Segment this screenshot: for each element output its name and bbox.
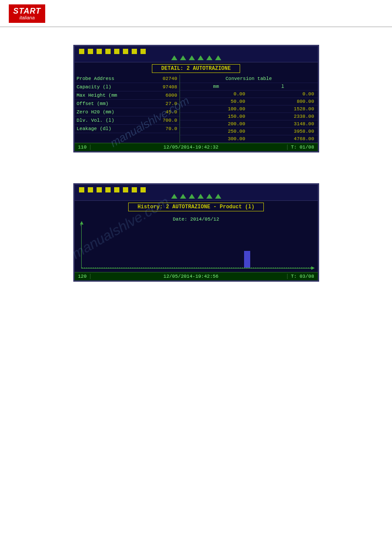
page-content: DETAIL: 2 AUTOTRAZIONE Probe Address 027…: [0, 27, 392, 299]
topbar-2: [75, 185, 318, 201]
triangles-row-2: [171, 194, 221, 199]
conv-l-4: 3148.00: [249, 120, 318, 127]
field-label-maxheight: Max Height (mm: [75, 91, 153, 99]
conv-mm-4: 200.00: [180, 120, 249, 127]
field-value-capacity: 97408: [153, 83, 180, 91]
conv-l-0: 0.00: [249, 91, 318, 98]
conv-mm-2: 100.00: [180, 105, 249, 112]
y-tick-top: [80, 225, 82, 226]
sq-4: [105, 49, 111, 54]
chart-container: [81, 225, 311, 268]
sq2-5: [114, 187, 119, 192]
field-row-capacity: Capacity (l) 97408: [75, 83, 180, 91]
conv-mm-6: 300.00: [180, 135, 249, 142]
conv-col-l: l: [281, 84, 284, 89]
tri2-4: [198, 194, 204, 199]
conv-row-2: 100.00 1528.00: [180, 105, 318, 113]
conv-row-1: 50.00 800.00: [180, 98, 318, 105]
conv-l-2: 1528.00: [249, 105, 318, 112]
conv-l-3: 2338.00: [249, 113, 318, 120]
title-text-2: History: 2 AUTOTRAZIONE - Product (l): [128, 203, 263, 211]
terminal-main-1: Probe Address 02740 Capacity (l) 97408 M…: [75, 75, 318, 143]
field-label-zeroh20: Zero H20 (mm): [75, 108, 153, 116]
squares-row-1: [79, 49, 146, 54]
conv-l-6: 4768.00: [249, 135, 318, 142]
status-page-2: T: 03/08: [287, 274, 314, 279]
status-datetime-2: 12/05/2014-19:42:56: [95, 274, 287, 279]
tri2-6: [215, 194, 221, 199]
tri2-3: [189, 194, 195, 199]
field-value-maxheight: 6000: [153, 91, 180, 99]
field-label-probe: Probe Address: [75, 75, 153, 83]
terminal-1: DETAIL: 2 AUTOTRAZIONE Probe Address 027…: [73, 45, 319, 152]
chart-bar-1: [244, 251, 250, 268]
sq-3: [97, 49, 102, 54]
left-panel-1: Probe Address 02740 Capacity (l) 97408 M…: [75, 75, 180, 143]
sq-5: [114, 49, 119, 54]
terminal-title-2: History: 2 AUTOTRAZIONE - Product (l): [75, 201, 318, 213]
field-row-zeroh20: Zero H20 (mm) 45.0: [75, 108, 180, 116]
header: START italiana: [0, 0, 392, 27]
conv-l-1: 800.00: [249, 98, 318, 105]
conv-header: Conversion table: [180, 75, 318, 83]
field-label-dlvvol: Dlv. Vol. (l): [75, 116, 153, 124]
field-value-offset: 27.0: [153, 100, 180, 108]
sq2-4: [105, 187, 111, 192]
field-value-probe: 02740: [153, 75, 180, 83]
tri-5: [206, 55, 212, 60]
triangles-row-1: [171, 55, 221, 60]
tri2-5: [206, 194, 212, 199]
sq-2: [88, 49, 93, 54]
conv-row-3: 150.00 2338.00: [180, 113, 318, 120]
sq2-6: [123, 187, 128, 192]
chart-date: Date: 2014/05/12: [79, 217, 313, 222]
conv-l-5: 3958.00: [249, 128, 318, 135]
tri-4: [198, 55, 204, 60]
field-value-zeroh20: 45.0: [153, 108, 180, 116]
conv-row-5: 250.00 3958.00: [180, 128, 318, 135]
sq-8: [140, 49, 146, 54]
y-axis-arrow: [80, 221, 83, 225]
sq-6: [123, 49, 128, 54]
conv-row-4: 200.00 3148.00: [180, 120, 318, 128]
conv-col-mm: mm: [213, 84, 219, 89]
status-id-1: 110: [78, 145, 91, 150]
sq2-1: [79, 187, 84, 192]
conv-mm-5: 250.00: [180, 128, 249, 135]
field-row-probe: Probe Address 02740: [75, 75, 180, 83]
sq2-7: [132, 187, 137, 192]
chart-area: Date: 2014/05/12: [75, 213, 318, 272]
field-label-offset: Offset (mm): [75, 100, 153, 108]
squares-row-2: [79, 187, 146, 192]
sq2-2: [88, 187, 93, 192]
field-label-leakage: Leakage (dl): [75, 125, 153, 133]
conv-mm-0: 0.00: [180, 91, 249, 98]
field-row-leakage: Leakage (dl) 70.0: [75, 125, 180, 133]
tri2-2: [180, 194, 186, 199]
statusbar-1: 110 12/05/2014-19:42:32 T: 01/08: [75, 143, 318, 151]
status-id-2: 120: [78, 274, 91, 279]
logo-start: START: [13, 7, 41, 15]
terminal-2: History: 2 AUTOTRAZIONE - Product (l) Da…: [73, 183, 319, 282]
conv-row-6: 300.00 4768.00: [180, 135, 318, 143]
field-row-dlvvol: Dlv. Vol. (l) 700.0: [75, 116, 180, 125]
status-datetime-1: 12/05/2014-19:42:32: [95, 145, 287, 150]
topbar-1: [75, 46, 318, 62]
sq-7: [132, 49, 137, 54]
right-panel-1: Conversion table mm l 0.00 0.00 50.00 80…: [180, 75, 318, 143]
terminal-title-1: DETAIL: 2 AUTOTRAZIONE: [75, 62, 318, 75]
conv-row-0: 0.00 0.00: [180, 91, 318, 98]
logo: START italiana: [9, 4, 45, 23]
tri2-1: [171, 194, 177, 199]
tri-3: [189, 55, 195, 60]
statusbar-2: 120 12/05/2014-19:42:56 T: 03/08: [75, 272, 318, 280]
field-row-maxheight: Max Height (mm 6000: [75, 91, 180, 100]
field-label-capacity: Capacity (l): [75, 83, 153, 91]
conv-mm-3: 150.00: [180, 113, 249, 120]
sq2-8: [140, 187, 146, 192]
x-axis-line: [82, 268, 311, 268]
status-page-1: T: 01/08: [287, 145, 314, 150]
tri-1: [171, 55, 177, 60]
x-axis-arrow: [311, 266, 315, 270]
field-value-leakage: 70.0: [153, 125, 180, 133]
